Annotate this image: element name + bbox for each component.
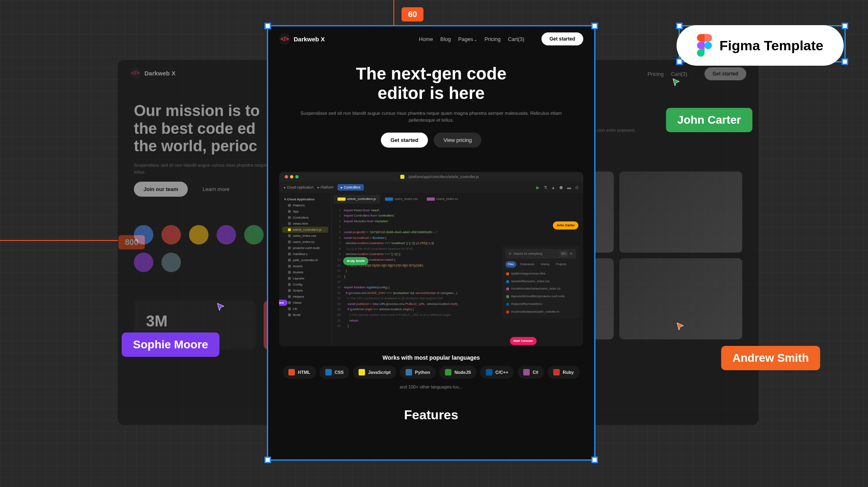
avatar	[161, 253, 181, 272]
figma-icon	[697, 34, 712, 57]
cursor-label-sophie: Sophie Moore	[122, 333, 219, 357]
avatar	[217, 225, 236, 245]
avatar	[134, 253, 153, 272]
code-icon: </>	[130, 67, 141, 79]
svg-point-0	[704, 42, 712, 49]
cursor-label-john: John Carter	[666, 108, 752, 132]
cursor-andrew	[676, 322, 685, 332]
avatar	[189, 225, 208, 245]
cursor-label-andrew: Andrew Smith	[721, 346, 820, 370]
resize-handle-tr[interactable]	[842, 23, 848, 29]
nav-cart[interactable]: Cart(3)	[671, 71, 687, 77]
spacing-value-top: 60	[402, 7, 423, 21]
resize-handle-tr[interactable]	[591, 23, 598, 29]
learn-more-button[interactable]: Learn more	[193, 182, 239, 197]
get-started-button[interactable]: Get started	[705, 67, 746, 80]
avatar	[244, 225, 264, 245]
cursor-john	[672, 78, 681, 88]
avatar	[134, 225, 153, 245]
team-photo-2	[619, 172, 742, 253]
nav-pricing[interactable]: Pricing	[647, 71, 664, 77]
spacing-ruler-left	[0, 240, 138, 241]
resize-handle-tl[interactable]	[264, 23, 271, 29]
spacing-ruler-top	[393, 0, 394, 25]
resize-handle-bl[interactable]	[264, 457, 271, 463]
figma-template-badge[interactable]: Figma Template	[677, 25, 844, 66]
cursor-sophie	[216, 302, 226, 312]
resize-handle-br[interactable]	[591, 457, 598, 463]
resize-handle-bl[interactable]	[676, 58, 683, 65]
brand-logo[interactable]: </>Darkweb X	[130, 67, 176, 79]
resize-handle-tl[interactable]	[676, 23, 683, 29]
avatar	[161, 225, 181, 245]
selection-outline-main[interactable]	[267, 25, 595, 461]
join-team-button[interactable]: Join our team	[134, 182, 188, 197]
resize-handle-br[interactable]	[842, 58, 848, 65]
